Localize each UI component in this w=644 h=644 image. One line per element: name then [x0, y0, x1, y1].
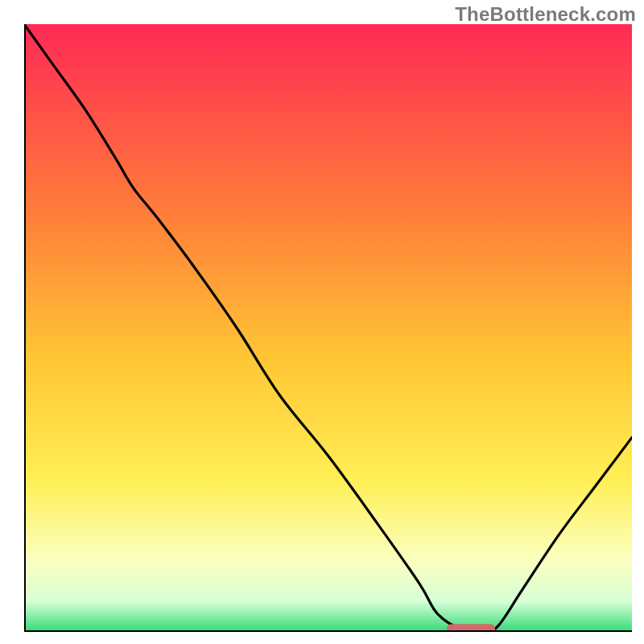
chart-svg — [24, 24, 632, 632]
watermark-text: TheBottleneck.com — [455, 3, 636, 26]
gradient-rect — [24, 24, 632, 632]
plot-area — [24, 24, 632, 632]
chart-stage: TheBottleneck.com — [0, 0, 644, 644]
